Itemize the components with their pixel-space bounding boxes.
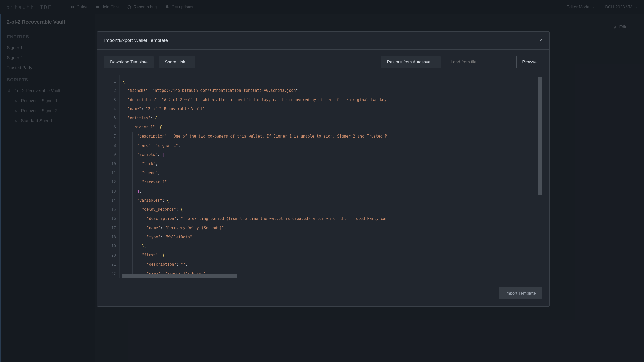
import-template-button[interactable]: Import Template [499, 287, 542, 299]
import-export-dialog: Import/Export Wallet Template × Download… [97, 31, 550, 307]
close-button[interactable]: × [539, 37, 542, 44]
dialog-toolbar: Download Template Share Link… Restore fr… [97, 50, 549, 75]
json-editor[interactable]: 12345678910111213141516171819202122 { "$… [104, 75, 542, 278]
load-file-input[interactable] [446, 56, 516, 68]
line-gutter: 12345678910111213141516171819202122 [104, 75, 120, 278]
vertical-scrollbar-thumb[interactable] [538, 77, 542, 195]
browse-button[interactable]: Browse [516, 56, 542, 68]
code-content[interactable]: { "$schema": "https://ide.bitauth.com/au… [120, 75, 542, 278]
share-link-button[interactable]: Share Link… [159, 56, 195, 68]
dialog-footer: Import Template [97, 283, 549, 306]
file-input-group: Browse [446, 56, 542, 68]
horizontal-scrollbar-thumb[interactable] [122, 274, 237, 278]
dialog-title: Import/Export Wallet Template [104, 38, 168, 43]
restore-autosave-button[interactable]: Restore from Autosave… [381, 56, 441, 68]
dialog-header: Import/Export Wallet Template × [97, 32, 549, 50]
download-template-button[interactable]: Download Template [104, 56, 154, 68]
